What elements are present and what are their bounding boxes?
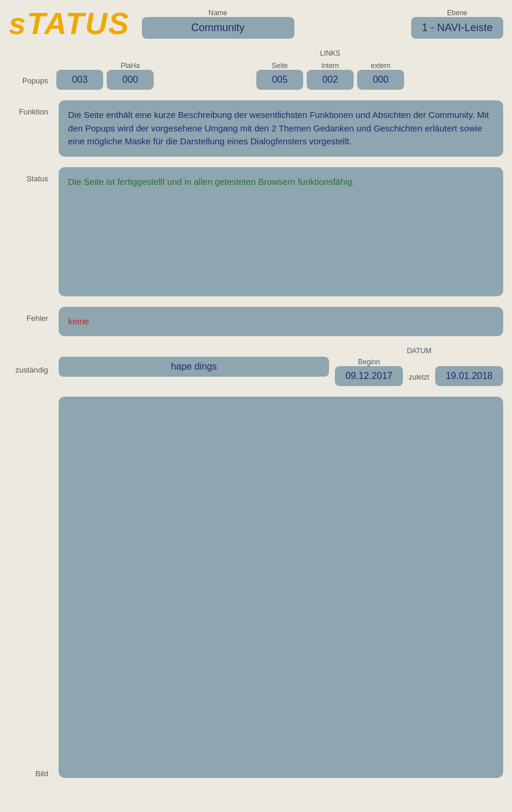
- bild-box: [59, 397, 503, 778]
- seite-label: Seite: [272, 62, 287, 70]
- bild-row: Bild: [9, 397, 503, 778]
- seite-group: Seite 005: [256, 60, 303, 90]
- datum-label: DATUM: [407, 347, 432, 355]
- popups-label: Popups: [9, 76, 53, 90]
- plaha-label: PlaHa: [121, 62, 140, 70]
- name-value: Community: [142, 17, 294, 39]
- extern-group: extern 000: [357, 60, 404, 90]
- datum-group: DATUM Beginn 09.12.2017 zuletzt 19.01.20…: [335, 347, 503, 386]
- zuletzt-value: 19.01.2018: [435, 366, 503, 386]
- app-title: sTATUS: [9, 6, 130, 41]
- status-text: Die Seite ist fertiggestellt und in alle…: [59, 167, 503, 296]
- popups-value: 003: [56, 70, 103, 90]
- links-section-label: LINKS: [320, 49, 341, 57]
- intern-label: intern: [321, 62, 339, 70]
- links-popups-row: Popups 003 PlaHa 000 LINKS Seite 005 int…: [9, 49, 503, 90]
- funktion-text: Die Seite enthält eine kurze Beschreibun…: [59, 100, 503, 157]
- zustandig-label: zuständig: [9, 358, 53, 374]
- intern-group: intern 002: [307, 60, 354, 90]
- extern-value: 000: [357, 70, 404, 90]
- fehler-row: Fehler keine: [9, 307, 503, 337]
- zustandig-row: zuständig hape dings DATUM Beginn 09.12.…: [9, 347, 503, 386]
- status-label: Status: [9, 167, 53, 183]
- links-pills: Seite 005 intern 002 extern 000: [256, 60, 404, 90]
- name-group: Name Community: [142, 9, 294, 39]
- beginn-label: Beginn: [358, 358, 380, 366]
- datum-fields: Beginn 09.12.2017 zuletzt 19.01.2018: [335, 356, 503, 386]
- header-row: sTATUS Name Community Ebene 1 - NAVI-Lei…: [9, 6, 503, 41]
- seite-value: 005: [256, 70, 303, 90]
- zustandig-content: hape dings DATUM Beginn 09.12.2017 zulet…: [59, 347, 503, 386]
- links-section: LINKS Seite 005 intern 002 extern 000: [157, 49, 503, 90]
- ebene-group: Ebene 1 - NAVI-Leiste: [411, 9, 503, 39]
- fehler-text: keine: [59, 307, 503, 337]
- popups-group: 003: [56, 70, 103, 90]
- intern-value: 002: [307, 70, 354, 90]
- fehler-label: Fehler: [9, 307, 53, 323]
- funktion-label: Funktion: [9, 100, 53, 116]
- status-row: Status Die Seite ist fertiggestellt und …: [9, 167, 503, 296]
- name-label: Name: [209, 9, 228, 17]
- funktion-row: Funktion Die Seite enthält eine kurze Be…: [9, 100, 503, 157]
- beginn-group: Beginn 09.12.2017: [335, 356, 403, 386]
- ebene-label: Ebene: [447, 9, 467, 17]
- bild-label: Bild: [9, 762, 53, 778]
- plaha-group: PlaHa 000: [107, 60, 154, 90]
- beginn-value: 09.12.2017: [335, 366, 403, 386]
- zuletzt-label: zuletzt: [409, 373, 429, 386]
- ebene-value: 1 - NAVI-Leiste: [411, 17, 503, 39]
- plaha-value: 000: [107, 70, 154, 90]
- extern-label: extern: [371, 62, 390, 70]
- zustandig-person: hape dings: [59, 357, 329, 377]
